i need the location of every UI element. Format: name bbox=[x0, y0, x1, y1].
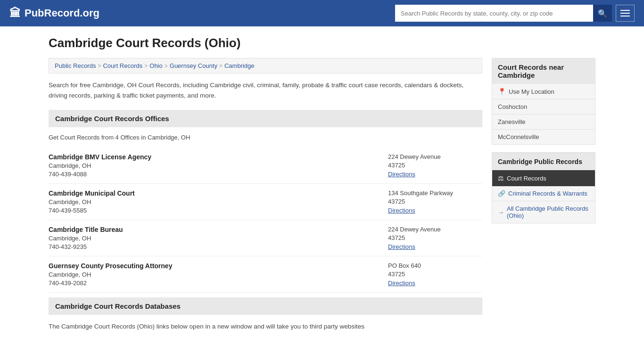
arrow-icon: → bbox=[498, 209, 504, 216]
breadcrumb-cambridge[interactable]: Cambridge bbox=[224, 62, 255, 69]
office-zip: 43725 bbox=[388, 198, 482, 205]
breadcrumb-guernsey-county[interactable]: Guernsey County bbox=[170, 62, 217, 69]
content-sidebar: Court Records near Cambridge 📍 Use My Lo… bbox=[492, 58, 595, 332]
sidebar-item-coshocton[interactable]: Coshocton bbox=[492, 99, 595, 115]
office-city: Cambridge, OH bbox=[49, 198, 388, 206]
content-main: Public Records > Court Records > Ohio > … bbox=[49, 58, 482, 332]
office-zip: 43725 bbox=[388, 234, 482, 241]
offices-count: Get Court Records from 4 Offices in Camb… bbox=[49, 134, 482, 141]
office-name: Cambridge BMV License Agency bbox=[49, 153, 388, 161]
use-my-location-label: Use My Location bbox=[509, 88, 554, 95]
office-phone: 740-439-5585 bbox=[49, 207, 388, 214]
office-address: 224 Dewey Avenue bbox=[388, 226, 482, 233]
office-left: Guernsey County Prosecuting Attorney Cam… bbox=[49, 262, 388, 287]
location-icon: 📍 bbox=[498, 88, 506, 95]
office-name: Guernsey County Prosecuting Attorney bbox=[49, 262, 388, 270]
databases-section-header: Cambridge Court Records Databases bbox=[49, 297, 482, 315]
site-header: 🏛 PubRecord.org 🔍 bbox=[0, 0, 644, 26]
zanesville-link[interactable]: Zanesville bbox=[498, 118, 526, 125]
sidebar-item-zanesville[interactable]: Zanesville bbox=[492, 115, 595, 130]
offices-section-header: Cambridge Court Records Offices bbox=[49, 110, 482, 127]
coshocton-link[interactable]: Coshocton bbox=[498, 103, 527, 110]
logo-icon: 🏛 bbox=[9, 7, 21, 20]
sidebar-nearby-title: Court Records near Cambridge bbox=[492, 58, 595, 84]
mcconnelsville-link[interactable]: McConnelsville bbox=[498, 133, 539, 140]
office-zip: 43725 bbox=[388, 271, 482, 278]
office-entry: Guernsey County Prosecuting Attorney Cam… bbox=[49, 256, 482, 293]
office-city: Cambridge, OH bbox=[49, 271, 388, 278]
breadcrumb-sep-4: > bbox=[219, 63, 223, 69]
directions-link[interactable]: Directions bbox=[388, 243, 415, 250]
breadcrumb-sep-3: > bbox=[165, 63, 168, 69]
office-entry: Cambridge Municipal Court Cambridge, OH … bbox=[49, 184, 482, 220]
search-form: 🔍 bbox=[395, 5, 612, 22]
office-left: Cambridge Title Bureau Cambridge, OH 740… bbox=[49, 226, 388, 250]
office-address: 224 Dewey Avenue bbox=[388, 153, 482, 160]
sidebar-pub-records-box: Cambridge Public Records ⚖ Court Records… bbox=[492, 152, 595, 223]
main-container: Cambridge Court Records (Ohio) Public Re… bbox=[39, 26, 605, 341]
office-address: 134 Southgate Parkway bbox=[388, 189, 482, 197]
search-icon: 🔍 bbox=[598, 9, 607, 18]
office-phone: 740-432-9235 bbox=[49, 243, 388, 250]
sidebar-item-mcconnelsville[interactable]: McConnelsville bbox=[492, 130, 595, 144]
breadcrumb-sep-2: > bbox=[144, 63, 148, 69]
office-city: Cambridge, OH bbox=[49, 162, 388, 169]
office-left: Cambridge Municipal Court Cambridge, OH … bbox=[49, 189, 388, 214]
criminal-records-link[interactable]: Criminal Records & Warrants bbox=[508, 190, 587, 197]
page-description: Search for free Cambridge, OH Court Reco… bbox=[49, 80, 482, 100]
link-icon-1: 🔗 bbox=[498, 190, 505, 197]
office-name: Cambridge Municipal Court bbox=[49, 189, 388, 197]
breadcrumb-public-records[interactable]: Public Records bbox=[55, 62, 96, 69]
office-address: PO Box 640 bbox=[388, 262, 482, 269]
menu-button[interactable] bbox=[616, 5, 635, 22]
databases-section: Cambridge Court Records Databases The Ca… bbox=[49, 297, 482, 332]
office-right: 224 Dewey Avenue 43725 Directions bbox=[388, 226, 482, 250]
breadcrumb-sep-1: > bbox=[98, 63, 101, 69]
breadcrumb-court-records[interactable]: Court Records bbox=[103, 62, 142, 69]
breadcrumb: Public Records > Court Records > Ohio > … bbox=[49, 58, 482, 74]
office-entry: Cambridge Title Bureau Cambridge, OH 740… bbox=[49, 220, 482, 256]
page-title: Cambridge Court Records (Ohio) bbox=[49, 36, 595, 50]
all-cambridge-link[interactable]: All Cambridge Public Records (Ohio) bbox=[507, 205, 589, 219]
office-entry: Cambridge BMV License Agency Cambridge, … bbox=[49, 148, 482, 184]
content-layout: Public Records > Court Records > Ohio > … bbox=[49, 58, 595, 332]
search-input[interactable] bbox=[395, 5, 593, 22]
office-right: 224 Dewey Avenue 43725 Directions bbox=[388, 153, 482, 178]
office-phone: 740-439-4088 bbox=[49, 171, 388, 178]
office-right: PO Box 640 43725 Directions bbox=[388, 262, 482, 287]
active-label: Court Records bbox=[507, 175, 546, 182]
search-button[interactable]: 🔍 bbox=[593, 5, 612, 22]
office-phone: 740-439-2082 bbox=[49, 280, 388, 287]
sidebar-active-court-records[interactable]: ⚖ Court Records bbox=[492, 170, 595, 186]
sidebar-all-cambridge[interactable]: → All Cambridge Public Records (Ohio) bbox=[492, 201, 595, 223]
office-name: Cambridge Title Bureau bbox=[49, 226, 388, 233]
sidebar-pub-records-title: Cambridge Public Records bbox=[492, 153, 595, 170]
site-logo[interactable]: 🏛 PubRecord.org bbox=[9, 7, 99, 20]
databases-description: The Cambridge Court Records (Ohio) links… bbox=[49, 321, 482, 332]
office-city: Cambridge, OH bbox=[49, 235, 388, 242]
logo-text: PubRecord.org bbox=[25, 7, 99, 19]
directions-link[interactable]: Directions bbox=[388, 171, 415, 178]
sidebar-criminal-records[interactable]: 🔗 Criminal Records & Warrants bbox=[492, 186, 595, 201]
breadcrumb-ohio[interactable]: Ohio bbox=[149, 62, 162, 69]
directions-link[interactable]: Directions bbox=[388, 280, 415, 287]
office-right: 134 Southgate Parkway 43725 Directions bbox=[388, 189, 482, 214]
directions-link[interactable]: Directions bbox=[388, 207, 415, 214]
sidebar-use-my-location[interactable]: 📍 Use My Location bbox=[492, 84, 595, 99]
sidebar-nearby-box: Court Records near Cambridge 📍 Use My Lo… bbox=[492, 58, 595, 145]
office-zip: 43725 bbox=[388, 162, 482, 169]
office-left: Cambridge BMV License Agency Cambridge, … bbox=[49, 153, 388, 178]
header-right: 🔍 bbox=[395, 5, 635, 22]
scales-icon: ⚖ bbox=[498, 174, 504, 182]
